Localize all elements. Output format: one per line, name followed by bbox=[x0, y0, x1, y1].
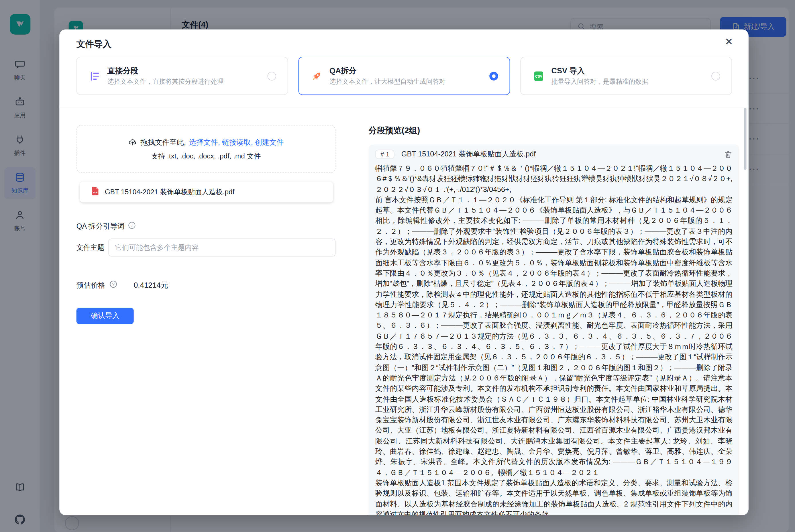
topic-input[interactable] bbox=[108, 239, 336, 257]
scrollbar[interactable] bbox=[744, 108, 746, 170]
mode-desc: 批量导入问答对，是最精准的数据 bbox=[551, 77, 648, 86]
chunk-content[interactable]: 犐犆犛７９．０６０犆犆犛犅７０!"＃＄％＆＇()*犌犅／犜１５１０４—２０２１!… bbox=[375, 163, 733, 515]
dropzone-support-text: 支持 .txt, .doc, .docx, .pdf, .md 文件 bbox=[151, 152, 261, 161]
chunk-paragraph: 前 言本文件按照ＧＢ／Ｔ１．１—２０２０《标准化工作导则 第１部分: 标准化文件… bbox=[375, 194, 733, 477]
file-import-modal: 文件导入 ✕ 直接分段 选择文本文件，直接将其按分段进行处理 QA拆分 选择文本… bbox=[59, 30, 749, 515]
chunk-index-badge: # 1 bbox=[375, 150, 395, 159]
cloud-upload-icon bbox=[128, 137, 137, 148]
import-mode-options: 直接分段 选择文本文件，直接将其按分段进行处理 QA拆分 选择文本文件，让大模型… bbox=[76, 57, 732, 95]
chunk-paragraph: 装饰单板贴面人造板1 范围本文件规定了装饰单板贴面人造板的术语和定义、分类、要求… bbox=[375, 478, 733, 515]
mode-card-csv-import[interactable]: CSV CSV 导入 批量导入问答对，是最精准的数据 bbox=[520, 57, 732, 95]
chunk-paragraph: 犐犆犛７９．０６０犆犆犛犅７０!"＃＄％＆＇()*犌犅／犜１５１０４—２０２１!… bbox=[375, 163, 733, 194]
mode-title: QA拆分 bbox=[329, 66, 446, 76]
divider bbox=[59, 107, 749, 108]
help-icon: ? bbox=[110, 280, 117, 290]
rocket-icon bbox=[310, 70, 323, 82]
chunk-file-name: GBT 15104-2021 装饰单板贴面人造板.pdf bbox=[401, 150, 536, 159]
radio-direct-segment[interactable] bbox=[267, 72, 276, 80]
trash-icon[interactable] bbox=[724, 150, 733, 159]
radio-csv-import[interactable] bbox=[711, 72, 720, 80]
price-label: 预估价格 bbox=[76, 281, 106, 290]
close-icon[interactable]: ✕ bbox=[723, 35, 735, 49]
mode-card-qa-split[interactable]: QA拆分 选择文本文件，让大模型自动生成问答对 bbox=[299, 57, 510, 95]
confirm-import-button[interactable]: 确认导入 bbox=[76, 308, 134, 324]
mode-title: 直接分段 bbox=[108, 66, 224, 76]
pdf-icon: PDF bbox=[91, 187, 100, 198]
csv-icon: CSV bbox=[532, 70, 545, 82]
dropzone-text: 拖拽文件至此, bbox=[141, 138, 186, 147]
preview-title: 分段预览(2组) bbox=[369, 126, 420, 136]
radio-qa-split[interactable] bbox=[489, 72, 498, 80]
uploaded-file-item[interactable]: PDF GBT 15104-2021 装饰单板贴面人造板.pdf bbox=[80, 182, 333, 202]
segment-icon bbox=[88, 70, 100, 82]
uploaded-file-name: GBT 15104-2021 装饰单板贴面人造板.pdf bbox=[105, 187, 234, 196]
info-icon: i bbox=[128, 222, 136, 231]
mode-desc: 选择文本文件，让大模型自动生成问答对 bbox=[329, 77, 446, 86]
mode-card-direct-segment[interactable]: 直接分段 选择文本文件，直接将其按分段进行处理 bbox=[76, 57, 288, 95]
price-value: 0.41214元 bbox=[134, 280, 168, 290]
preview-chunk-card: # 1 GBT 15104-2021 装饰单板贴面人造板.pdf 犐犆犛７９．０… bbox=[369, 145, 739, 515]
file-dropzone[interactable]: 拖拽文件至此, 选择文件, 链接读取, 创建文件 支持 .txt, .doc, … bbox=[76, 125, 336, 173]
mode-title: CSV 导入 bbox=[551, 66, 648, 76]
screen: 聊天 应用 插件 知识库 账号 文件(4) bbox=[0, 0, 795, 532]
topic-label: 文件主题 bbox=[76, 243, 109, 252]
svg-text:PDF: PDF bbox=[93, 191, 98, 194]
modal-title: 文件导入 bbox=[76, 38, 112, 50]
svg-text:CSV: CSV bbox=[535, 74, 542, 78]
file-action-links[interactable]: 选择文件, 链接读取, 创建文件 bbox=[189, 138, 284, 147]
svg-text:?: ? bbox=[112, 282, 115, 286]
mode-desc: 选择文本文件，直接将其按分段进行处理 bbox=[108, 77, 224, 86]
svg-text:i: i bbox=[132, 223, 133, 228]
qa-prompt-label: QA 拆分引导词 bbox=[76, 222, 125, 231]
